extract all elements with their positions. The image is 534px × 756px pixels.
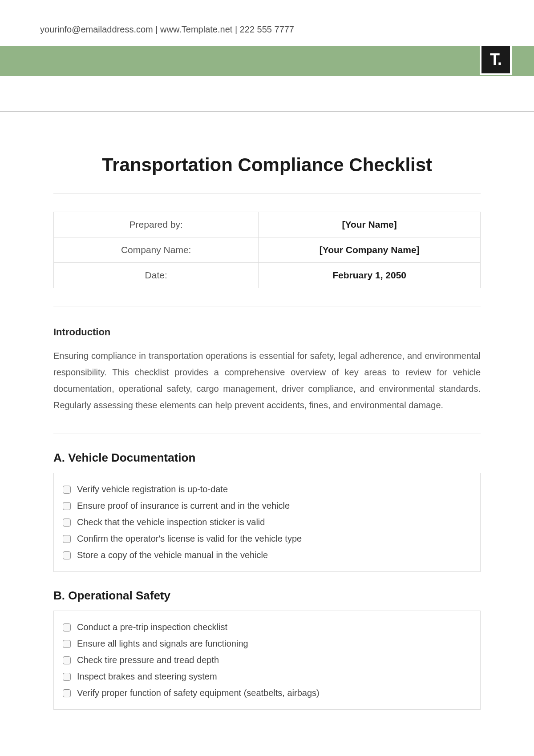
divider [53, 434, 481, 434]
banner-right-cap [518, 46, 534, 76]
divider [53, 306, 481, 306]
checklist-label: Inspect brakes and steering system [77, 672, 217, 682]
checklist-item: Verify proper function of safety equipme… [63, 685, 471, 701]
top-divider [0, 111, 534, 112]
info-value: [Your Company Name] [259, 237, 481, 263]
section-heading-b: B. Operational Safety [53, 589, 481, 603]
checklist-item: Confirm the operator's license is valid … [63, 531, 471, 547]
checklist-item: Ensure all lights and signals are functi… [63, 635, 471, 652]
banner-bar: T. [0, 46, 534, 76]
logo-text: T. [490, 50, 502, 69]
checklist-item: Conduct a pre-trip inspection checklist [63, 619, 471, 635]
checkbox-icon[interactable] [63, 656, 71, 664]
checklist-label: Conduct a pre-trip inspection checklist [77, 622, 227, 632]
checklist-box-a: Verify vehicle registration is up-to-dat… [53, 473, 481, 572]
divider [53, 193, 481, 194]
logo-badge: T. [480, 44, 512, 75]
section-heading-a: A. Vehicle Documentation [53, 451, 481, 465]
info-label: Date: [54, 263, 259, 288]
checklist-label: Verify proper function of safety equipme… [77, 688, 320, 698]
checkbox-icon[interactable] [63, 535, 71, 543]
info-value: February 1, 2050 [259, 263, 481, 288]
table-row: Prepared by: [Your Name] [54, 212, 481, 237]
introduction-text: Ensuring compliance in transportation op… [53, 348, 481, 414]
checklist-item: Check that the vehicle inspection sticke… [63, 514, 471, 531]
info-value: [Your Name] [259, 212, 481, 237]
checkbox-icon[interactable] [63, 502, 71, 510]
checklist-item: Store a copy of the vehicle manual in th… [63, 547, 471, 563]
checkbox-icon[interactable] [63, 689, 71, 697]
checklist-item: Inspect brakes and steering system [63, 668, 471, 685]
checklist-item: Verify vehicle registration is up-to-dat… [63, 481, 471, 498]
table-row: Company Name: [Your Company Name] [54, 237, 481, 263]
info-label: Company Name: [54, 237, 259, 263]
header-contact-info: yourinfo@emailaddress.com | www.Template… [0, 0, 534, 46]
checkbox-icon[interactable] [63, 519, 71, 527]
checklist-label: Check tire pressure and tread depth [77, 655, 219, 665]
checkbox-icon[interactable] [63, 640, 71, 648]
checklist-label: Check that the vehicle inspection sticke… [77, 517, 265, 527]
checklist-item: Ensure proof of insurance is current and… [63, 498, 471, 514]
table-row: Date: February 1, 2050 [54, 263, 481, 288]
introduction-heading: Introduction [53, 326, 481, 338]
checklist-item: Check tire pressure and tread depth [63, 652, 471, 668]
document-title: Transportation Compliance Checklist [53, 154, 481, 176]
checkbox-icon[interactable] [63, 673, 71, 681]
checklist-label: Ensure all lights and signals are functi… [77, 639, 248, 649]
checkbox-icon[interactable] [63, 551, 71, 559]
info-label: Prepared by: [54, 212, 259, 237]
checklist-box-b: Conduct a pre-trip inspection checklist … [53, 611, 481, 710]
checklist-label: Store a copy of the vehicle manual in th… [77, 550, 268, 560]
checkbox-icon[interactable] [63, 623, 71, 631]
checkbox-icon[interactable] [63, 486, 71, 494]
checklist-label: Verify vehicle registration is up-to-dat… [77, 484, 228, 495]
info-table: Prepared by: [Your Name] Company Name: [… [53, 212, 481, 288]
checklist-label: Confirm the operator's license is valid … [77, 534, 302, 544]
checklist-label: Ensure proof of insurance is current and… [77, 501, 290, 511]
